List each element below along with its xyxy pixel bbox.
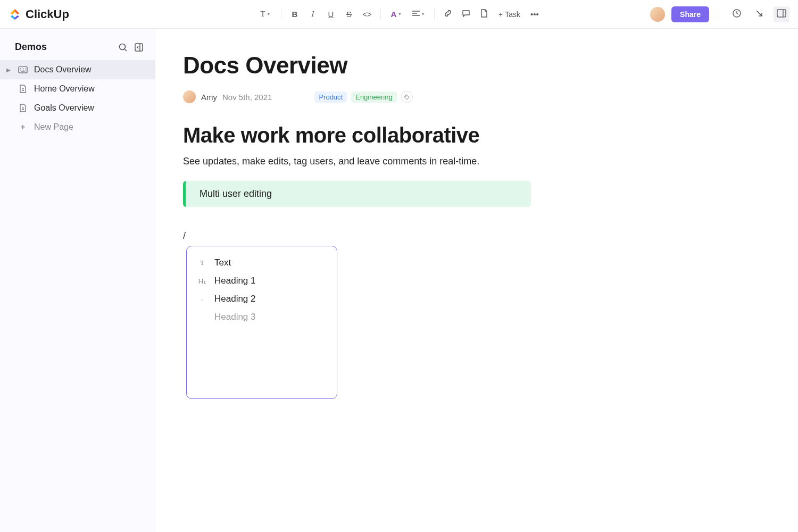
sidebar-new-page[interactable]: + New Page [0, 118, 155, 137]
toolbar: T ▼ B I U S <> A ▼ ▼ [255, 6, 543, 22]
slash-trigger[interactable]: / [183, 230, 766, 242]
slash-item-label: Text [214, 257, 231, 268]
bold-button[interactable]: B [287, 6, 303, 22]
sidebar-item-docs-overview[interactable]: ▶ Docs Overview [0, 60, 155, 79]
slash-menu: T Text H₁ Heading 1 · Heading 2 Heading … [186, 246, 337, 399]
page-icon [480, 9, 488, 19]
text-style-icon: T [260, 10, 265, 19]
sidebar-item-label: Docs Overview [34, 65, 92, 74]
collapse-icon [134, 43, 144, 52]
page-button[interactable] [476, 6, 492, 22]
author-name: Amy [201, 93, 217, 102]
svg-rect-3 [135, 44, 143, 51]
add-task-button[interactable]: + Task [494, 6, 525, 22]
separator [434, 9, 435, 20]
plus-icon: + [498, 10, 503, 19]
chevron-down-icon: ▼ [421, 12, 425, 16]
separator [719, 9, 719, 20]
collapse-sidebar-button[interactable] [134, 42, 144, 53]
slash-item-label: Heading 2 [214, 294, 256, 304]
comment-button[interactable] [458, 6, 474, 22]
search-button[interactable] [118, 42, 128, 53]
svg-point-5 [405, 95, 406, 96]
document-icon [18, 85, 28, 93]
doc-meta: Amy Nov 5th, 2021 Product Engineering [183, 90, 766, 103]
callout-block[interactable]: Multi user editing [183, 181, 531, 207]
author-avatar[interactable] [183, 90, 196, 103]
panel-icon [777, 9, 786, 19]
link-button[interactable] [440, 6, 456, 22]
slash-item-heading1[interactable]: H₁ Heading 1 [192, 272, 331, 290]
code-button[interactable]: <> [359, 6, 375, 22]
brand-name: ClickUp [26, 7, 69, 21]
h2-icon: · [197, 295, 207, 303]
doc-body[interactable]: See updates, make edits, tag users, and … [183, 156, 766, 167]
tag-group: Product Engineering [314, 91, 412, 103]
plus-icon: + [18, 122, 28, 132]
slash-item-heading2[interactable]: · Heading 2 [192, 290, 331, 308]
text-color-button[interactable]: A ▼ [386, 6, 406, 22]
keyboard-icon [18, 66, 28, 73]
text-style-button[interactable]: T ▼ [255, 6, 276, 22]
doc-date: Nov 5th, 2021 [222, 93, 272, 102]
sidebar-item-label: New Page [34, 122, 73, 132]
tag-icon [404, 94, 410, 100]
add-tag-button[interactable] [401, 91, 413, 103]
underline-button[interactable]: U [323, 6, 339, 22]
topbar-right: Share [650, 6, 789, 22]
export-button[interactable] [751, 6, 767, 22]
slash-item-label: Heading 1 [214, 276, 256, 286]
code-icon: <> [362, 10, 372, 19]
svg-rect-1 [777, 10, 786, 17]
slash-item-heading3[interactable]: Heading 3 [192, 308, 331, 326]
export-icon [755, 9, 763, 19]
search-icon [118, 43, 128, 52]
italic-button[interactable]: I [305, 6, 321, 22]
sidebar: Demos ▶ Docs Overview Home Overview [0, 29, 155, 532]
task-label: Task [505, 10, 520, 19]
page-title[interactable]: Docs Overview [183, 52, 766, 79]
text-color-icon: A [391, 10, 397, 19]
chevron-right-icon: ▶ [6, 67, 12, 73]
clock-icon [732, 9, 742, 20]
text-icon: T [197, 259, 207, 267]
doc-heading[interactable]: Make work more collaborative [183, 123, 766, 147]
sidebar-item-home-overview[interactable]: Home Overview [0, 79, 155, 98]
more-icon: ••• [530, 10, 539, 19]
italic-icon: I [312, 10, 314, 19]
underline-icon: U [328, 10, 334, 19]
separator [380, 9, 381, 20]
separator [281, 9, 281, 20]
slash-item-label: Heading 3 [214, 312, 256, 322]
sidebar-toggle-button[interactable] [774, 6, 789, 22]
bold-icon: B [292, 10, 298, 19]
h1-icon: H₁ [197, 277, 207, 285]
chevron-down-icon: ▼ [397, 12, 402, 16]
comment-icon [462, 9, 470, 19]
tag-product[interactable]: Product [314, 92, 347, 103]
strikethrough-button[interactable]: S [341, 6, 357, 22]
callout-text: Multi user editing [200, 188, 272, 199]
sidebar-header: Demos [0, 37, 155, 60]
sidebar-item-label: Home Overview [34, 84, 95, 94]
clickup-logo-icon [9, 8, 21, 21]
sidebar-actions [118, 42, 144, 53]
share-button[interactable]: Share [671, 6, 709, 22]
align-button[interactable]: ▼ [409, 6, 429, 22]
chevron-down-icon: ▼ [267, 12, 271, 16]
main: Docs Overview Amy Nov 5th, 2021 Product … [155, 29, 798, 532]
align-icon [412, 10, 420, 19]
document-icon [18, 104, 28, 112]
more-button[interactable]: ••• [527, 6, 543, 22]
tag-engineering[interactable]: Engineering [351, 92, 396, 103]
layout: Demos ▶ Docs Overview Home Overview [0, 29, 798, 532]
strikethrough-icon: S [346, 10, 352, 19]
sidebar-item-goals-overview[interactable]: Goals Overview [0, 98, 155, 118]
user-avatar[interactable] [650, 7, 665, 22]
slash-item-text[interactable]: T Text [192, 254, 331, 272]
sidebar-title: Demos [15, 41, 47, 53]
link-icon [444, 9, 452, 19]
history-button[interactable] [729, 6, 745, 22]
brand[interactable]: ClickUp [9, 7, 69, 21]
share-label: Share [680, 10, 701, 19]
